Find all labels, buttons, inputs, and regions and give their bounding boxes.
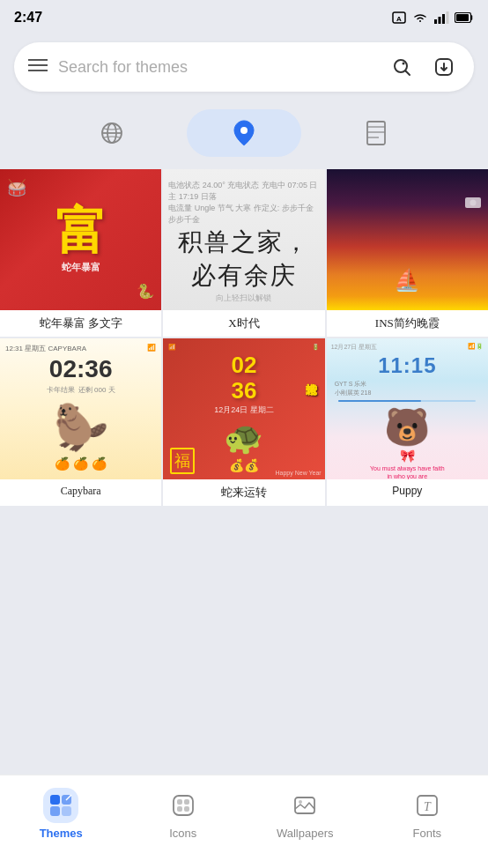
nav-label-themes: Themes [40, 827, 83, 840]
wallpapers-nav-icon [287, 788, 322, 823]
search-placeholder[interactable]: Search for themes [58, 58, 375, 77]
nav-item-fonts[interactable]: T Fonts [366, 784, 489, 840]
menu-icon[interactable] [28, 58, 48, 76]
svg-rect-27 [50, 806, 60, 816]
theme-card-2[interactable]: 电池状态 24.00° 充电状态 充电中 07:05 日主 17:19 日落 电… [163, 169, 324, 337]
nav-label-wallpapers: Wallpapers [277, 827, 334, 840]
svg-point-36 [299, 800, 302, 804]
nav-item-themes[interactable]: Themes [0, 784, 122, 840]
nav-item-wallpapers[interactable]: Wallpapers [244, 784, 366, 840]
svg-rect-25 [50, 795, 60, 805]
svg-line-12 [406, 71, 410, 76]
theme-card-3[interactable]: ⛵ INS简约晚霞 [327, 169, 488, 337]
svg-text:T: T [424, 800, 432, 813]
tab-location[interactable] [187, 109, 301, 157]
theme-label-3: INS简约晚霞 [327, 310, 488, 337]
download-icon-button[interactable] [428, 51, 460, 83]
status-bar: 2:47 A [0, 0, 488, 35]
nav-label-fonts: Fonts [412, 827, 441, 840]
svg-rect-31 [177, 799, 182, 805]
theme-label-2: X时代 [163, 310, 324, 337]
svg-rect-2 [434, 19, 437, 24]
svg-point-18 [240, 127, 248, 134]
search-icon-button[interactable] [386, 51, 418, 83]
theme-label-5: 蛇来运转 [163, 479, 324, 506]
nav-label-icons: Icons [169, 827, 196, 840]
tab-global[interactable] [55, 109, 169, 157]
search-bar[interactable]: Search for themes [14, 42, 474, 92]
svg-rect-30 [174, 796, 193, 815]
svg-rect-33 [177, 806, 182, 812]
svg-text:A: A [396, 15, 402, 23]
icons-nav-icon [166, 788, 201, 823]
theme-label-4: Capybara [0, 479, 161, 503]
nav-item-icons[interactable]: Icons [122, 784, 245, 840]
tab-navigation [0, 102, 488, 169]
status-time: 2:47 [14, 10, 42, 26]
svg-rect-5 [447, 11, 449, 24]
search-bar-container: Search for themes [0, 35, 488, 102]
theme-card-4[interactable]: 12:31 星期五 CAPYBARA 📶 02:36 卡年结果还剩 000 天 … [0, 338, 161, 506]
svg-point-13 [403, 63, 405, 65]
tab-bookmark[interactable] [319, 109, 433, 157]
theme-card-5[interactable]: 📶🔋 0236 12月24日 星期二 🐢 💰💰 蛇来运转 福 Happy New… [163, 338, 324, 506]
fonts-nav-icon: T [410, 788, 445, 823]
svg-rect-4 [442, 14, 445, 24]
svg-rect-34 [184, 806, 189, 812]
svg-rect-28 [62, 806, 71, 816]
theme-label-1: 蛇年暴富 多文字 [0, 310, 161, 337]
theme-card-6[interactable]: 12月27日 星期五📶🔋 11:15 GYT S 乐米小刚展英 218 🐻 🎀 … [327, 338, 488, 506]
theme-grid: 富 蛇年暴富 🥁 🐍 蛇年暴富 多文字 电池状态 24.00° 充电状态 充电中… [0, 169, 488, 506]
svg-point-24 [470, 200, 476, 206]
bottom-nav: Themes Icons Wallpapers [0, 775, 488, 868]
theme-label-6: Puppy [327, 479, 488, 502]
status-icons: A [391, 10, 474, 26]
svg-rect-19 [367, 122, 385, 145]
svg-rect-32 [184, 799, 189, 805]
svg-rect-3 [439, 17, 441, 24]
svg-rect-7 [456, 14, 469, 21]
theme-card-1[interactable]: 富 蛇年暴富 🥁 🐍 蛇年暴富 多文字 [0, 169, 161, 337]
themes-nav-icon [43, 788, 78, 823]
